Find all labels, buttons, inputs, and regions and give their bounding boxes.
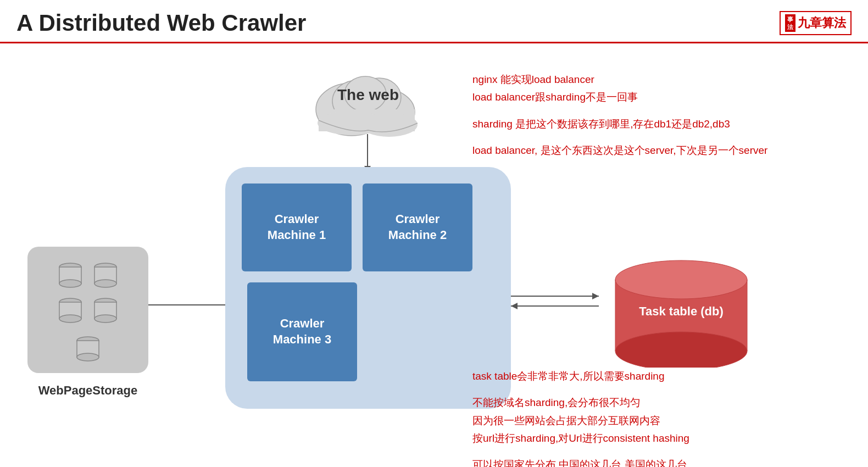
storage-label: WebPageStorage xyxy=(27,383,148,398)
svg-text:Task table (db): Task table (db) xyxy=(639,304,724,318)
db-cylinder-1 xyxy=(56,262,85,290)
annotation-block-2: sharding 是把这个数据该存到哪里,存在db1还是db2,db3 xyxy=(472,115,846,133)
annotation-line-5: task table会非常非常大,所以需要sharding xyxy=(472,368,846,385)
crawler-machine-2: Crawler Machine 2 xyxy=(363,184,472,271)
svg-point-28 xyxy=(615,260,747,299)
task-table-db: Task table (db) xyxy=(610,258,753,370)
svg-marker-9 xyxy=(592,293,599,299)
svg-point-17 xyxy=(94,280,116,287)
task-db-svg: Task table (db) xyxy=(610,258,753,368)
page-title: A Distributed Web Crawler xyxy=(16,10,306,36)
arrow-cloud-to-cluster xyxy=(367,134,368,167)
svg-point-20 xyxy=(59,315,81,323)
annotation-block-1: nginx 能实现load balancer load balancer跟sha… xyxy=(472,71,846,107)
annotation-block-6: 可以按国家先分布,中国的这几台,美国的这几台 xyxy=(472,456,846,467)
divider-line xyxy=(0,42,868,43)
cloud-shape: The web xyxy=(308,65,429,137)
annotation-line-1: nginx 能实现load balancer xyxy=(472,71,846,88)
annotation-block-3: load balancer, 是这个东西这次是这个server,下次是另一个se… xyxy=(472,142,846,159)
annotations-top: nginx 能实现load balancer load balancer跟sha… xyxy=(472,71,846,168)
db-icons-grid xyxy=(51,256,125,331)
db-cylinder-5 xyxy=(74,335,102,364)
logo: 事 法 九章算法 xyxy=(780,11,852,36)
annotation-line-2: load balancer跟sharding不是一回事 xyxy=(472,88,846,106)
cloud-label: The web xyxy=(308,86,429,104)
svg-point-14 xyxy=(59,280,81,287)
crawler-machine-3: Crawler Machine 3 xyxy=(247,282,357,381)
annotation-line-7: 因为很一些网站会占据大部分互联网内容 xyxy=(472,412,846,430)
main-content: The web Crawler Machine 1 Crawler Machin… xyxy=(0,49,868,467)
annotation-line-4: load balancer, 是这个东西这次是这个server,下次是另一个se… xyxy=(472,142,846,159)
annotation-line-8: 按url进行sharding,对Url进行consistent hashing xyxy=(472,430,846,447)
svg-point-29 xyxy=(615,332,747,368)
crawler-machine-1: Crawler Machine 1 xyxy=(242,184,352,271)
svg-marker-11 xyxy=(511,303,518,309)
svg-point-7 xyxy=(360,113,418,137)
arrow-bidirectional xyxy=(511,291,607,318)
annotation-block-4: task table会非常非常大,所以需要sharding xyxy=(472,368,846,385)
annotations-bottom: task table会非常非常大,所以需要sharding 不能按域名shard… xyxy=(472,368,846,467)
webpage-storage: WebPageStorage xyxy=(27,247,148,373)
db-cylinder-3 xyxy=(56,297,85,325)
crawler-cluster: Crawler Machine 1 Crawler Machine 2 Craw… xyxy=(225,167,511,409)
annotation-line-9: 可以按国家先分布,中国的这几台,美国的这几台 xyxy=(472,456,846,467)
annotation-line-6: 不能按域名sharding,会分布很不均匀 xyxy=(472,394,846,412)
db-cylinder-2 xyxy=(91,262,120,290)
svg-point-23 xyxy=(94,315,116,323)
arrow-to-storage xyxy=(146,304,225,305)
logo-text: 九章算法 xyxy=(798,15,846,31)
annotation-line-3: sharding 是把这个数据该存到哪里,存在db1还是db2,db3 xyxy=(472,115,846,133)
db-cylinder-4 xyxy=(91,297,120,325)
header: A Distributed Web Crawler 事 法 九章算法 xyxy=(0,0,868,42)
annotation-block-5: 不能按域名sharding,会分布很不均匀 因为很一些网站会占据大部分互联网内容… xyxy=(472,394,846,447)
svg-point-26 xyxy=(77,353,99,361)
